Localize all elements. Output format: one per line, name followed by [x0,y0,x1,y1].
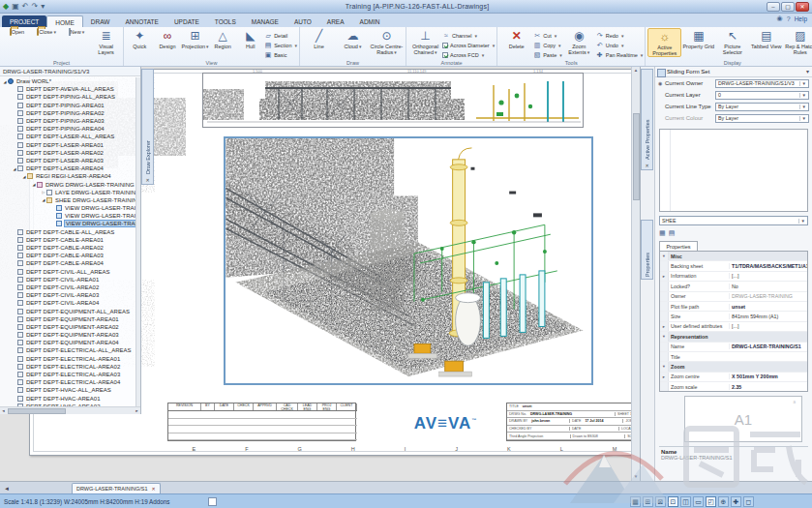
tree-item[interactable]: DEPT DEPT-EQUIPMENT-AREA02 [0,323,135,331]
tree-item[interactable]: DEPT DEPT-AVEVA-ALL_AREAS [0,85,135,93]
question-icon[interactable]: ? [787,15,791,22]
drafting-toggle-icon[interactable]: ▭ [693,496,704,507]
tab-scroll-left-icon[interactable]: ◄ [0,486,14,493]
tree-item[interactable]: ◢ REGI REGI-LASER-AREA04 [0,172,135,180]
property-value[interactable]: unset [729,304,807,310]
form-field-dropdown[interactable]: 0 ▼ [715,91,809,100]
ribbon-tab[interactable]: AREA [319,15,352,27]
category-expander-icon[interactable] [660,282,669,290]
ribbon-tab[interactable]: ANNOTATE [117,15,165,27]
style-icon[interactable]: ◉ [777,15,783,22]
radio-icon[interactable]: ◉ [658,80,665,86]
properties-side-tab[interactable]: Properties [641,220,653,280]
tree-item[interactable]: DEPT DEPT-ELECTRICAL-ALL_AREAS [0,346,135,354]
ribbon-tab[interactable]: HOME [46,15,83,27]
redo-icon[interactable]: ↷ [31,3,38,11]
property-row[interactable]: ▾ Representation [660,332,807,342]
tree-item[interactable]: DEPT DEPT-CIVIL-AREA04 [0,299,135,307]
property-row[interactable]: Backing sheet T1/TDRA/MAS/BACKS/MET1/A1 [660,261,807,271]
chevron-down-icon[interactable]: ▼ [799,81,806,86]
drafting-toggle-icon[interactable]: ⊠ [655,496,666,507]
tree-item[interactable]: DEPT DEPT-CIVIL-ALL_AREAS [0,268,135,276]
tree-item[interactable]: DEPT DEPT-ELECTRICAL-AREA04 [0,378,135,386]
save-icon[interactable]: ▣ [12,3,19,11]
property-value[interactable]: DRWG-LASER-TRAINING/S1 [729,344,807,349]
undo-icon[interactable]: ↶ [22,3,29,11]
open-button[interactable]: Open [2,28,32,35]
chevron-down-icon[interactable]: ▼ [799,116,806,121]
projection-button[interactable]: ⊞Projection [181,28,209,49]
redo-button[interactable]: ↷Redo [596,31,644,40]
tabbed-view-button[interactable]: ▤Tabbed View [749,28,783,49]
tab-properties[interactable]: Properties [659,241,698,251]
picture-selector-button[interactable]: ↖Picture Selector [715,28,749,55]
category-expander-icon[interactable]: ▸ [660,322,669,331]
hull-button[interactable]: ◣Hull [237,28,265,49]
tree-current-element[interactable]: DRWG-LASER-TRAINING/S1/V3 [0,67,140,76]
line-button[interactable]: ╱Line [302,28,336,49]
scroll-right-icon[interactable]: ► [134,408,140,413]
draw-explorer-collapsed-tab[interactable]: Draw Explorer ✕ [141,69,154,185]
tree-item[interactable]: VIEW DRWG-LASER-TRAINING/S1/V2 [0,212,135,220]
property-row[interactable]: ▾ Misc [660,252,807,261]
across-fcd-checkbox[interactable] [442,52,448,58]
property-row[interactable]: ▸ User defined attributes [...] [660,322,807,332]
tree-item[interactable]: DEPT DEPT-CIVIL-AREA03 [0,291,135,299]
tree-item[interactable]: DEPT DEPT-ELECTRICAL-AREA02 [0,363,135,371]
zoom-extents-button[interactable]: ◉Zoom Extents [562,28,596,55]
category-expander-icon[interactable]: ▸ [660,373,669,381]
elevation-view-frame[interactable] [202,73,584,128]
close-button[interactable]: ✕ [796,2,809,12]
copy-button[interactable]: ▥Copy [533,41,562,49]
category-expander-icon[interactable] [660,382,669,391]
tree-item[interactable]: DEPT DEPT-PIPING-ALL_AREAS [0,93,135,101]
element-type-dropdown[interactable]: SHEE ▼ [659,216,808,225]
property-value[interactable]: [...] [729,323,807,329]
basic-button[interactable]: ▣Basic [264,50,297,59]
scroll-left-icon[interactable]: ◄ [0,408,7,413]
tree-item[interactable]: DEPT DEPT-ELECTRICAL-AREA01 [0,355,135,363]
property-row[interactable]: ▸ Zoom centre X 501mm Y 200mm [660,373,807,382]
ribbon-tab[interactable]: TOOLS [207,15,244,27]
layer-list[interactable] [659,129,808,212]
category-expander-icon[interactable] [660,352,669,361]
tree-item[interactable]: DEPT DEPT-CABLE-AREA02 [0,244,135,252]
category-expander-icon[interactable] [660,261,669,270]
tree-item[interactable]: DEPT DEPT-HVAC-ALL_AREAS [0,386,135,394]
tree-item[interactable]: ▷ LAYE DRWG-LASER-TRAINING/LAY1 [0,189,135,196]
property-value[interactable]: [...] [729,273,807,279]
orthogonal-chained-button[interactable]: ⊥Orthogonal Chained [408,28,442,55]
alphabetical-icon[interactable]: ▤ [669,229,676,237]
tree-item[interactable]: DEPT DEPT-HVAC-AREA01 [0,395,135,403]
close-button[interactable]: Close [32,28,62,35]
main-3d-view-frame[interactable] [224,136,593,385]
tree-item[interactable]: VIEW DRWG-LASER-TRAINING/S1/V1 [0,204,135,212]
drafting-toggle-icon[interactable]: ◰ [706,496,716,507]
visual-layers-button[interactable]: ≣Visual Layers [91,28,121,55]
tree-item[interactable]: DEPT DEPT-CABLE-AREA04 [0,259,135,267]
category-expander-icon[interactable] [660,292,669,301]
circle-centre-radius-button[interactable]: ⊙Circle Centre-Radius [370,28,404,55]
property-value[interactable]: 2.35 [729,384,807,390]
ribbon-tab[interactable]: ADMIN [352,15,388,27]
tree-item[interactable]: DEPT DEPT-CABLE-AREA03 [0,252,135,259]
help-link[interactable]: Help [795,15,807,22]
chevron-down-icon[interactable]: ▼ [799,93,806,98]
tree-item[interactable]: DEPT DEPT-PIPING-AREA04 [0,125,135,133]
tree-item[interactable]: DEPT DEPT-LASER-AREA02 [0,149,135,157]
cut-button[interactable]: ✂Cut [533,31,562,40]
scroll-down-icon[interactable]: ▼ [634,473,638,481]
scrollbar-thumb[interactable] [8,408,66,414]
ribbon-tab[interactable]: AUTO [286,15,319,27]
paste-button[interactable]: ▧Paste [533,50,562,59]
tree-item[interactable]: DEPT DEPT-LASER-AREA01 [0,141,135,149]
property-row[interactable]: Name DRWG-LASER-TRAINING/S1 [660,343,807,352]
pan-realtime-button[interactable]: ✚Pan Realtime [596,50,644,59]
close-icon[interactable]: ✕ [152,484,156,493]
undo-button[interactable]: ↶Undo [596,41,644,49]
drafting-toggle-icon[interactable]: ⊡ [668,496,678,507]
tree-item[interactable]: DEPT DEPT-ELECTRICAL-AREA03 [0,371,135,378]
channel-button[interactable]: ≈Channel [442,31,495,40]
category-expander-icon[interactable]: ▾ [660,252,669,260]
tree-item[interactable]: DEPT DEPT-EQUIPMENT-AREA01 [0,315,135,323]
